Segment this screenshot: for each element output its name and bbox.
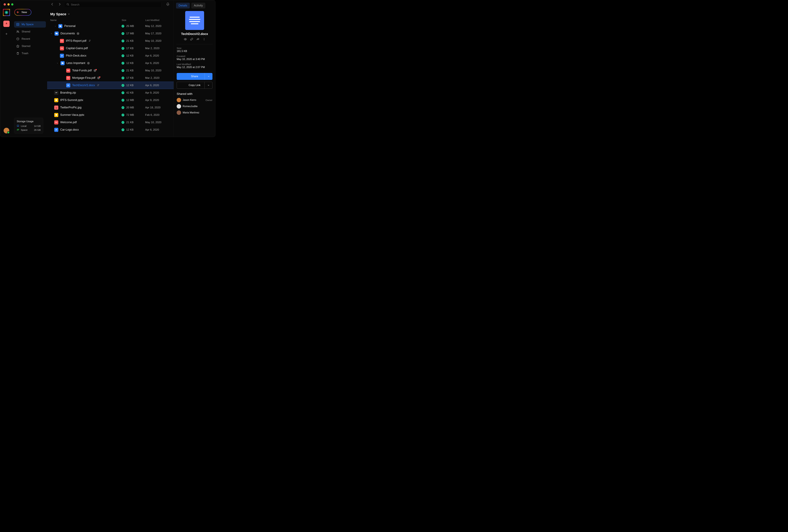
synced-icon: ✓	[121, 91, 124, 94]
file-modified: Apr 6, 2020	[145, 84, 174, 87]
svg-point-11	[98, 84, 98, 85]
image-icon	[54, 105, 58, 110]
synced-icon: ✓	[121, 69, 124, 72]
file-size: 20 MB	[126, 106, 134, 109]
file-row[interactable]: Summer-Vaca.pptx ✓72 MB Feb 6, 2020	[47, 111, 174, 119]
tab-details[interactable]: Details	[176, 3, 190, 8]
col-modified[interactable]: Last Modified	[145, 19, 174, 21]
chevron-down-icon[interactable]: ›	[51, 33, 53, 35]
file-modified: Feb 6, 2020	[145, 114, 174, 117]
synced-icon: ✓	[121, 121, 124, 124]
ppt-icon	[54, 98, 58, 102]
svg-rect-13	[56, 99, 57, 101]
shared-person[interactable]: Jason Kerro Owner	[177, 98, 213, 102]
file-row[interactable]: PDF Mortgage-Fina.pdf ✓17 KB Mar 2, 2020	[47, 74, 174, 82]
planet-icon	[17, 128, 19, 131]
comment-icon[interactable]	[87, 62, 90, 64]
share-arrow-icon[interactable]	[196, 38, 199, 42]
file-row[interactable]: PDF Capital-Gains.pdf ✓17 KB Mar 2, 2020	[47, 45, 174, 52]
nav-starred[interactable]: Starred	[14, 43, 46, 49]
shared-person[interactable]: RomeoJudite	[177, 104, 213, 108]
modified-label: Last Modified:	[177, 63, 213, 65]
notifications-button[interactable]	[163, 2, 172, 8]
svg-point-17	[204, 38, 204, 39]
people-icon	[16, 30, 19, 33]
synced-icon: ✓	[121, 128, 124, 131]
app-logo[interactable]	[3, 9, 10, 16]
col-size[interactable]: Size	[122, 19, 145, 21]
file-row[interactable]: PDF Total-Funds.pdf ✓21 KB May 10, 2020	[47, 67, 174, 74]
file-preview	[185, 11, 204, 30]
file-size: 12 KB	[126, 84, 134, 87]
comment-icon[interactable]	[77, 32, 79, 35]
nav-my-space[interactable]: My Space	[14, 21, 46, 27]
file-row[interactable]: PDF IPFS-Report.pdf ✓21 KB May 10, 2020	[47, 37, 174, 45]
file-size: 17 KB	[126, 76, 134, 80]
link-icon[interactable]	[190, 38, 193, 42]
file-row[interactable]: ZIP Branding.zip ✓42 KB Apr 9, 2020	[47, 89, 174, 97]
file-name: Less Important	[66, 61, 85, 65]
synced-icon: ✓	[121, 25, 124, 27]
synced-icon: ✓	[121, 54, 124, 57]
file-row[interactable]: Car-Logo.docx ✓12 KB Apr 6, 2020	[47, 126, 174, 134]
svg-point-19	[204, 40, 204, 40]
nav-trash[interactable]: Trash	[14, 50, 46, 57]
file-row-selected[interactable]: TechDocsV2.docx ✓12 KB Apr 6, 2020	[47, 82, 174, 89]
comment-unread-icon[interactable]	[94, 69, 96, 72]
search-input[interactable]	[71, 3, 159, 6]
details-tabs: Details Activity	[174, 0, 215, 9]
breadcrumb[interactable]: My Space	[47, 9, 174, 18]
col-name[interactable]: Name	[50, 19, 122, 21]
file-modified: May 10, 2020	[145, 121, 174, 124]
app-logo-icon	[4, 11, 8, 15]
trash-icon	[16, 52, 19, 55]
file-row[interactable]: TwitterProPic.jpg ✓20 MB Apr 18, 2020	[47, 104, 174, 111]
shared-person[interactable]: Maria Martinez	[177, 110, 213, 115]
comment-unread-icon[interactable]	[97, 77, 100, 79]
file-row[interactable]: › Less Important ✓12 KB Apr 6, 2020	[47, 59, 174, 67]
user-avatar[interactable]	[4, 128, 9, 134]
chevron-down-icon	[67, 12, 70, 16]
file-name: Car-Logo.docx	[60, 128, 79, 131]
storage-title: Storage Usage	[17, 120, 41, 123]
forward-button[interactable]	[57, 2, 62, 7]
chevron-right-icon[interactable]: ›	[54, 25, 56, 27]
tab-activity[interactable]: Activity	[191, 3, 205, 8]
workspace-avatar[interactable]	[3, 21, 9, 27]
pdf-icon: PDF	[66, 76, 70, 80]
file-row[interactable]: › Personal ✓25 MB May 12, 2020	[47, 22, 174, 30]
nav-label: Trash	[22, 52, 28, 55]
synced-icon: ✓	[121, 77, 124, 79]
share-button[interactable]: Share	[177, 73, 213, 80]
doc-icon	[54, 128, 58, 132]
file-size: 72 MB	[126, 114, 134, 117]
eye-icon[interactable]	[184, 38, 187, 42]
file-modified: Mar 2, 2020	[145, 76, 174, 80]
add-workspace-button[interactable]: +	[4, 32, 9, 36]
file-row[interactable]: IPFS-Summit.pptx ✓12 MB Apr 9, 2020	[47, 97, 174, 104]
nav-shared[interactable]: Shared	[14, 28, 46, 35]
file-row[interactable]: › Documents ✓17 MB May 17, 2020	[47, 30, 174, 37]
chevron-down-icon[interactable]: ›	[56, 62, 59, 64]
nav-recent[interactable]: Recent	[14, 36, 46, 42]
search-icon	[66, 3, 70, 7]
clock-icon	[16, 37, 19, 40]
nav-label: Recent	[22, 37, 30, 40]
file-modified: May 12, 2020	[145, 25, 174, 28]
share-dropdown[interactable]	[204, 73, 213, 80]
file-modified: May 17, 2020	[145, 32, 174, 35]
new-button[interactable]: + New	[14, 9, 31, 16]
left-rail: +	[0, 0, 13, 137]
more-icon[interactable]	[203, 38, 205, 42]
ppt-icon	[54, 113, 58, 117]
file-modified: Apr 6, 2020	[145, 128, 174, 131]
copy-link-button[interactable]: Copy Link	[177, 82, 213, 89]
search-field[interactable]	[64, 2, 161, 8]
file-row[interactable]: PDF Welcome.pdf ✓21 KB May 10, 2020	[47, 119, 174, 126]
svg-point-9	[89, 40, 90, 40]
new-button-label: New	[22, 11, 27, 14]
copy-link-dropdown[interactable]	[204, 82, 212, 88]
avatar	[177, 110, 181, 115]
back-button[interactable]	[50, 2, 55, 7]
file-row[interactable]: Pitch-Deck.docx ✓12 KB Apr 6, 2020	[47, 52, 174, 59]
